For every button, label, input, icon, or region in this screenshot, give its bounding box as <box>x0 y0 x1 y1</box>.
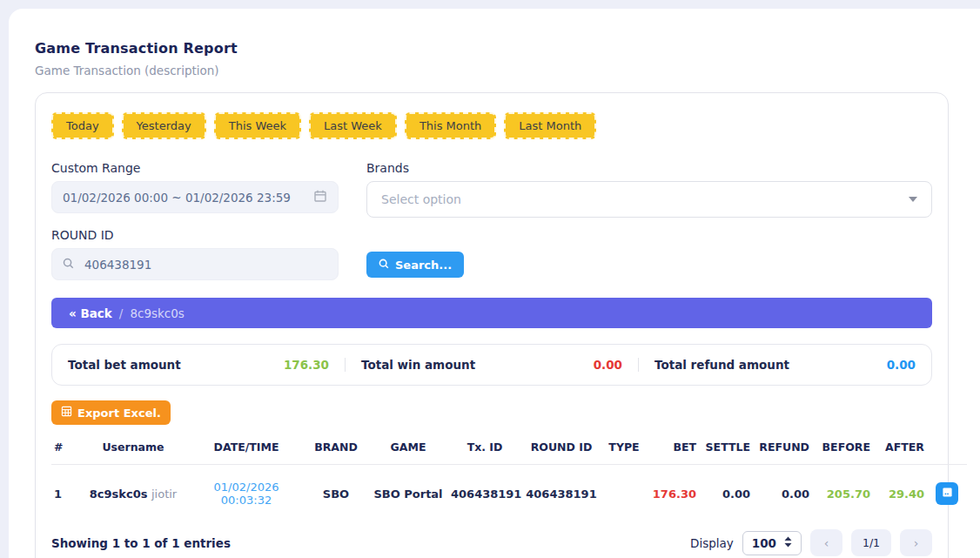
cell-type <box>601 465 647 527</box>
calendar-icon[interactable] <box>313 189 327 205</box>
table-row: 1 8c9skc0s jiotir 01/02/2026 00:03:32 SB… <box>51 465 967 527</box>
cell-brand: SBO <box>304 465 368 527</box>
export-excel-button[interactable]: Export Excel. <box>51 400 171 425</box>
filter-today-button[interactable]: Today <box>51 112 114 139</box>
cell-round-id: 406438191 <box>521 465 601 527</box>
filter-last-month-button[interactable]: Last Month <box>504 112 596 139</box>
totals-summary: Total bet amount 176.30 Total win amount… <box>51 344 932 386</box>
username-value: 8c9skc0s <box>90 487 148 501</box>
search-button-label: Search... <box>395 259 452 272</box>
round-id-value: 406438191 <box>84 258 151 272</box>
total-bet-value: 176.30 <box>284 358 329 372</box>
col-tx-id: Tx. ID <box>448 432 521 465</box>
table-header-row: # Username DATE/TIME BRAND GAME Tx. ID R… <box>51 432 967 465</box>
cell-after: 29.40 <box>873 465 927 527</box>
total-refund-segment: Total refund amount 0.00 <box>638 358 931 372</box>
cell-index: 1 <box>51 465 77 527</box>
search-button[interactable]: Search... <box>366 252 464 278</box>
chevron-down-icon <box>909 197 917 202</box>
col-bet: BET <box>647 432 699 465</box>
custom-range-label: Custom Range <box>51 161 339 175</box>
breadcrumb-current: 8c9skc0s <box>130 306 185 320</box>
display-label: Display <box>690 536 734 550</box>
row-detail-button[interactable] <box>936 482 958 505</box>
total-refund-label: Total refund amount <box>654 358 789 372</box>
col-index: # <box>51 432 77 465</box>
filter-this-month-button[interactable]: This Month <box>405 112 496 139</box>
back-button[interactable]: « Back <box>69 306 112 320</box>
col-refund: REFUND <box>753 432 812 465</box>
custom-range-value: 01/02/2026 00:00 ~ 01/02/2026 23:59 <box>63 191 291 205</box>
page-size-select[interactable]: 100 <box>742 531 802 555</box>
cell-refund: 0.00 <box>753 465 812 527</box>
col-after: AFTER <box>873 432 927 465</box>
username-subvalue: jiotir <box>151 487 177 501</box>
total-bet-label: Total bet amount <box>68 358 181 372</box>
page-subtitle: Game Transaction (description) <box>35 64 949 77</box>
page-indicator[interactable]: 1/1 <box>851 529 891 556</box>
total-bet-segment: Total bet amount 176.30 <box>52 358 345 372</box>
col-before: BEFORE <box>812 432 873 465</box>
col-round-id: ROUND ID <box>521 432 601 465</box>
brands-placeholder: Select option <box>381 192 461 206</box>
filter-yesterday-button[interactable]: Yesterday <box>122 112 206 139</box>
filter-form: Custom Range 01/02/2026 00:00 ~ 01/02/20… <box>51 161 932 280</box>
excel-icon <box>61 406 72 420</box>
transactions-table: # Username DATE/TIME BRAND GAME Tx. ID R… <box>51 432 967 526</box>
next-page-button[interactable]: › <box>900 529 932 556</box>
round-id-label: ROUND ID <box>51 228 339 242</box>
col-username: Username <box>77 432 189 465</box>
total-refund-value: 0.00 <box>887 358 916 372</box>
brands-label: Brands <box>366 161 932 175</box>
filter-this-week-button[interactable]: This Week <box>214 112 301 139</box>
round-id-input[interactable]: 406438191 <box>51 248 339 280</box>
col-settle: SETTLE <box>699 432 753 465</box>
search-icon <box>379 259 389 272</box>
page-title: Game Transaction Report <box>35 40 949 57</box>
cell-tx-id: 406438191 <box>448 465 521 527</box>
col-type: TYPE <box>601 432 647 465</box>
report-panel: Today Yesterday This Week Last Week This… <box>35 92 949 558</box>
export-excel-label: Export Excel. <box>77 407 161 420</box>
filter-last-week-button[interactable]: Last Week <box>309 112 397 139</box>
cell-username: 8c9skc0s jiotir <box>77 465 189 527</box>
cell-bet: 176.30 <box>647 465 699 527</box>
total-win-value: 0.00 <box>594 358 622 372</box>
cell-actions <box>927 465 967 527</box>
quick-filter-group: Today Yesterday This Week Last Week This… <box>51 112 932 139</box>
search-icon <box>63 258 74 272</box>
col-brand: BRAND <box>304 432 368 465</box>
total-win-label: Total win amount <box>361 358 475 372</box>
cell-settle: 0.00 <box>699 465 753 527</box>
page-card: Game Transaction Report Game Transaction… <box>9 9 980 558</box>
prev-page-button[interactable]: ‹ <box>810 529 842 556</box>
col-game: GAME <box>368 432 448 465</box>
col-datetime: DATE/TIME <box>189 432 304 465</box>
showing-entries-text: Showing 1 to 1 of 1 entries <box>51 536 231 550</box>
cell-datetime: 01/02/2026 00:03:32 <box>189 465 304 527</box>
brands-select[interactable]: Select option <box>366 181 932 218</box>
cell-game: SBO Portal <box>368 465 448 527</box>
back-breadcrumb-bar[interactable]: « Back / 8c9skc0s <box>51 298 932 328</box>
spinner-icon <box>784 536 792 550</box>
total-win-segment: Total win amount 0.00 <box>345 358 638 372</box>
table-footer: Showing 1 to 1 of 1 entries Display 100 … <box>51 529 932 556</box>
breadcrumb-separator: / <box>119 306 124 320</box>
custom-range-input[interactable]: 01/02/2026 00:00 ~ 01/02/2026 23:59 <box>51 181 339 213</box>
detail-window-icon <box>942 487 953 501</box>
col-actions <box>927 432 967 465</box>
page-size-value: 100 <box>752 536 776 550</box>
cell-before: 205.70 <box>812 465 873 527</box>
